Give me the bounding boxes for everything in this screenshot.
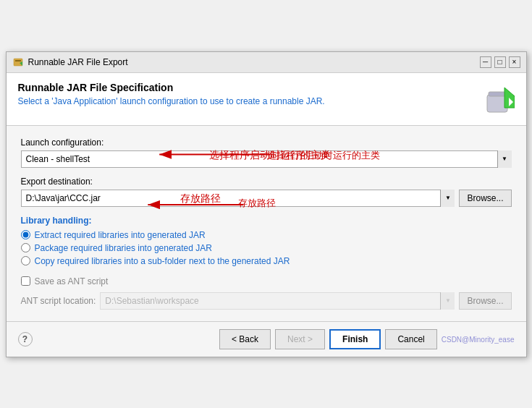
title-bar-controls: ─ □ × (480, 56, 520, 68)
title-bar: Runnable JAR File Export ─ □ × (7, 52, 526, 73)
close-button[interactable]: × (509, 56, 520, 68)
launch-config-combo[interactable]: ▼ (21, 150, 512, 168)
library-radio-2[interactable] (21, 256, 30, 265)
launch-config-input[interactable] (21, 150, 512, 168)
title-bar-text: Runnable JAR File Export (28, 57, 476, 67)
launch-config-row: ▼ 选择程序启动时运行的主类 (21, 150, 512, 168)
ant-location-combo: ▼ (100, 292, 455, 310)
ant-location-input (100, 292, 455, 310)
cancel-button[interactable]: Cancel (385, 329, 436, 349)
svg-rect-4 (489, 92, 506, 96)
header-description: Select a 'Java Application' launch confi… (18, 96, 325, 106)
next-button[interactable]: Next > (275, 329, 325, 349)
save-ant-row: Save as ANT script (21, 276, 512, 286)
library-option-1-label: Package required libraries into generate… (35, 243, 212, 253)
dialog-footer: ? < Back Next > Finish Cancel CSDN@Minor… (7, 321, 526, 357)
save-ant-section: Save as ANT script ANT script location: … (21, 276, 512, 310)
dialog-body: Launch configuration: ▼ 选择程序启动时运行的主类 Exp… (7, 126, 526, 321)
ant-browse-button: Browse... (459, 292, 511, 310)
launch-config-dropdown-arrow[interactable]: ▼ (497, 150, 512, 168)
library-option-2-label: Copy required libraries into a sub-folde… (35, 256, 290, 266)
launch-config-label: Launch configuration: (21, 137, 512, 148)
library-option-2[interactable]: Copy required libraries into a sub-folde… (21, 256, 512, 266)
ant-location-label: ANT script location: (21, 296, 96, 306)
back-button[interactable]: < Back (219, 329, 271, 349)
finish-button[interactable]: Finish (329, 329, 381, 349)
maximize-button[interactable]: □ (494, 56, 506, 68)
library-handling-label: Library handling: (21, 216, 512, 226)
ant-location-dropdown-arrow: ▼ (440, 292, 455, 310)
library-option-0[interactable]: Extract required libraries into generate… (21, 230, 512, 240)
export-dest-label: Export destination: (21, 177, 512, 187)
library-handling-section: Library handling: Extract required libra… (21, 216, 512, 266)
dialog-header: Runnable JAR File Specification Select a… (7, 73, 526, 126)
export-dest-row: ▼ Browse... 存放路径 (21, 190, 512, 207)
save-ant-checkbox[interactable] (21, 276, 30, 286)
dialog-body-wrapper: Launch configuration: ▼ 选择程序启动时运行的主类 Exp… (7, 126, 526, 321)
dialog-icon (12, 56, 24, 68)
export-dest-section: Export destination: ▼ Browse... 存放路径 (21, 177, 512, 207)
dialog-window: Runnable JAR File Export ─ □ × Runnable … (6, 51, 527, 357)
minimize-button[interactable]: ─ (480, 56, 491, 68)
export-dest-combo[interactable]: ▼ (21, 190, 455, 207)
save-ant-label: Save as ANT script (35, 276, 109, 286)
library-radio-0[interactable] (21, 230, 30, 239)
watermark: CSDN@Minority_ease (442, 336, 515, 344)
export-dest-browse-button[interactable]: Browse... (459, 190, 511, 207)
export-dest-dropdown-arrow[interactable]: ▼ (440, 190, 455, 207)
jar-export-icon (480, 82, 515, 116)
header-title: Runnable JAR File Specification (18, 82, 325, 93)
library-radio-1[interactable] (21, 243, 30, 252)
launch-config-section: Launch configuration: ▼ 选择程序启动时运行的主类 (21, 137, 512, 168)
ant-location-row: ANT script location: ▼ Browse... (21, 292, 512, 310)
svg-rect-1 (15, 60, 21, 61)
library-option-0-label: Extract required libraries into generate… (35, 230, 206, 240)
help-button[interactable]: ? (18, 332, 33, 347)
export-dest-input[interactable] (21, 190, 455, 207)
library-handling-options: Extract required libraries into generate… (21, 230, 512, 266)
header-text: Runnable JAR File Specification Select a… (18, 82, 325, 106)
library-option-1[interactable]: Package required libraries into generate… (21, 243, 512, 253)
